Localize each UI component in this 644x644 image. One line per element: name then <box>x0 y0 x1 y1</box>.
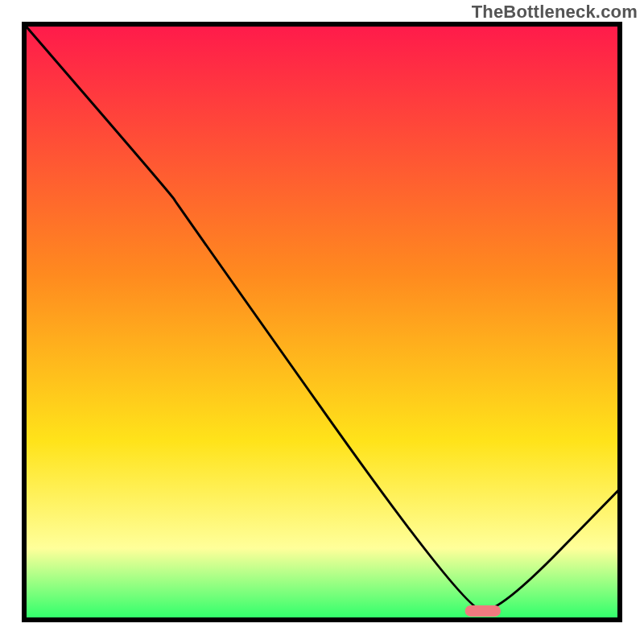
watermark-label: TheBottleneck.com <box>472 2 638 23</box>
plot-background <box>24 24 620 620</box>
bottleneck-chart <box>0 0 644 644</box>
optimum-marker <box>465 605 501 617</box>
